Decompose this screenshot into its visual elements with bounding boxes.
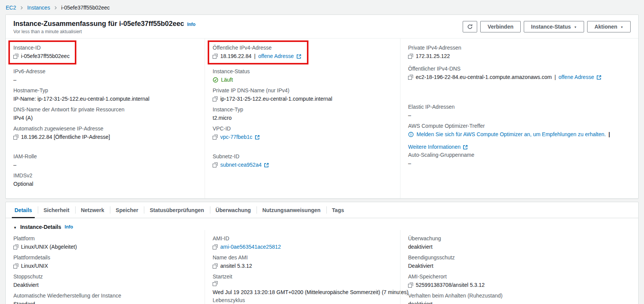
field-value: –: [408, 159, 411, 167]
open-address-link[interactable]: offene Adresse: [258, 52, 301, 60]
instance-state-button[interactable]: Instance-Status: [524, 21, 584, 32]
field-label: AWS Compute Optimizer-Treffer: [408, 122, 630, 130]
copy-icon[interactable]: [213, 264, 218, 269]
copy-icon[interactable]: [13, 54, 18, 59]
field-lifecycle: Lebenszyklus normal: [213, 296, 392, 304]
ami-id-link[interactable]: ami-0ae563541ace25812: [220, 243, 281, 251]
field-platform: Plattform Linux/UNIX (Abgeleitet): [13, 235, 196, 254]
summary-grid: Instance-ID i-05efe37ff55b02eec IPv6-Adr…: [6, 39, 638, 198]
caret-down-icon: [574, 24, 577, 30]
field-subnet-id: Subnetz-ID subnet-cea952a4: [213, 153, 392, 172]
instance-detail-tabs-card: Details Sicherheit Netzwerk Speicher Sta…: [5, 202, 639, 304]
field-label: Subnetz-ID: [213, 153, 392, 160]
field-value: Linux/UNIX: [21, 262, 48, 270]
field-label: Lebenszyklus: [213, 296, 392, 304]
copy-icon[interactable]: [13, 244, 18, 249]
copy-icon[interactable]: [408, 75, 413, 80]
field-value: deaktiviert: [408, 300, 433, 304]
tab-details[interactable]: Details: [9, 202, 38, 218]
field-value: 525991383708/ansitel 5.3.12: [416, 281, 485, 289]
copy-icon[interactable]: [213, 135, 218, 140]
open-address-link-label: offene Adresse: [558, 73, 594, 81]
field-value: Deaktiviert: [13, 281, 39, 289]
copy-icon[interactable]: [213, 54, 218, 59]
copy-icon[interactable]: [408, 283, 413, 288]
learn-more-link[interactable]: Weitere Informationen: [408, 143, 468, 151]
breadcrumb-link-instances[interactable]: Instances: [27, 5, 50, 11]
separator: |: [554, 73, 556, 81]
breadcrumb-current: i-05efe37ff55b02eec: [61, 5, 110, 11]
tab-usage-instructions[interactable]: Nutzungsanweisungen: [257, 202, 326, 218]
tab-status-checks[interactable]: Statusüberprüfungen: [144, 202, 210, 218]
field-label: Instance-ID: [13, 44, 69, 51]
copy-icon[interactable]: [213, 97, 218, 101]
tab-storage[interactable]: Speicher: [110, 202, 144, 218]
field-instance-id: Instance-ID i-05efe37ff55b02eec: [13, 40, 196, 64]
field-value: Wed Jul 19 2023 13:20:18 GMT+0200 (Mitte…: [213, 288, 408, 296]
field-compute-optimizer: AWS Compute Optimizer-Treffer Melden Sie…: [408, 122, 630, 151]
field-label: Private IPv4-Adressen: [408, 44, 630, 51]
field-label: Hostname-Typ: [13, 87, 196, 94]
actions-button-label: Aktionen: [594, 24, 617, 30]
field-ami-name: Name des AMI ansitel 5.3.12: [213, 254, 392, 273]
field-label: Private IP DNS-Name (nur IPv4): [213, 87, 392, 94]
summary-column-1: Instance-ID i-05efe37ff55b02eec IPv6-Adr…: [6, 39, 205, 198]
field-value: –: [13, 76, 16, 84]
field-hostname-type: Hostname-Typ IP-Name: ip-172-31-25-122.e…: [13, 87, 196, 106]
external-link-icon: [296, 54, 302, 59]
field-label: IMDSv2: [13, 172, 196, 179]
connect-button[interactable]: Verbinden: [480, 21, 521, 32]
field-label: Plattformdetails: [13, 254, 196, 261]
refresh-icon: [467, 24, 473, 30]
external-link-icon: [463, 145, 468, 150]
section-title: Instance-Details: [20, 224, 61, 230]
refresh-button[interactable]: [463, 21, 477, 32]
last-updated-text: Vor less than a minute aktualisiert: [13, 29, 195, 34]
summary-info-link[interactable]: Info: [187, 22, 195, 27]
field-label: Stoppschutz: [13, 273, 196, 280]
tab-bar: Details Sicherheit Netzwerk Speicher Sta…: [6, 202, 638, 218]
field-label: Name des AMI: [213, 254, 392, 261]
field-private-resource-dns: DNS-Name der Antwort für private Ressour…: [13, 106, 196, 125]
field-label: Öffentliche IPv4-Adresse: [213, 44, 302, 51]
copy-icon[interactable]: [213, 162, 218, 167]
breadcrumb-link-ec2[interactable]: EC2: [6, 5, 16, 11]
compute-optimizer-signup-link[interactable]: Melden Sie sich für AWS Compute Optimize…: [416, 130, 606, 138]
copy-icon[interactable]: [408, 54, 413, 59]
field-value: t2.micro: [213, 114, 232, 122]
copy-icon[interactable]: [213, 281, 218, 286]
instance-state-button-label: Instance-Status: [531, 24, 571, 30]
field-launch-time: Startzeit Wed Jul 19 2023 13:20:18 GMT+0…: [213, 273, 392, 296]
copy-icon[interactable]: [213, 244, 218, 249]
section-triangle-icon[interactable]: [13, 224, 17, 230]
field-iam-role: IAM-Rolle –: [13, 153, 196, 172]
details-column-2: AMI-ID ami-0ae563541ace25812 Name des AM…: [205, 230, 400, 304]
field-label: Plattform: [13, 235, 196, 242]
field-label: Elastic IP-Adressen: [408, 103, 630, 111]
copy-icon[interactable]: [13, 264, 18, 269]
copy-icon[interactable]: [13, 135, 18, 140]
subnet-id-link[interactable]: subnet-cea952a4: [220, 161, 269, 169]
open-address-link[interactable]: offene Adresse: [558, 73, 602, 81]
tab-monitoring[interactable]: Überwachung: [210, 202, 257, 218]
separator: |: [254, 52, 256, 60]
field-private-ipv4: Private IPv4-Adressen 172.31.25.122: [408, 44, 630, 65]
field-label: Öffentlicher IPv4-DNS: [408, 65, 630, 72]
header-actions: Verbinden Instance-Status Aktionen: [463, 21, 631, 32]
external-link-icon: [255, 135, 260, 140]
vpc-id-link[interactable]: vpc-77fbeb1c: [220, 133, 260, 141]
field-platform-details: Plattformdetails Linux/UNIX: [13, 254, 196, 273]
field-value: –: [408, 111, 411, 119]
tab-network[interactable]: Netzwerk: [75, 202, 110, 218]
field-label: AMI-ID: [213, 235, 392, 242]
summary-column-3: Private IPv4-Adressen 172.31.25.122 Öffe…: [400, 39, 638, 198]
details-info-link[interactable]: Info: [65, 224, 73, 230]
subnet-id-link-label: subnet-cea952a4: [220, 161, 261, 169]
tab-security[interactable]: Sicherheit: [38, 202, 75, 218]
actions-button[interactable]: Aktionen: [587, 21, 631, 32]
tab-tags[interactable]: Tags: [326, 202, 350, 218]
field-label: IAM-Rolle: [13, 153, 196, 160]
details-column-3: Überwachung deaktiviert Beendigungsschut…: [400, 230, 638, 304]
running-check-icon: [213, 77, 218, 83]
field-value: Läuft: [221, 76, 233, 84]
